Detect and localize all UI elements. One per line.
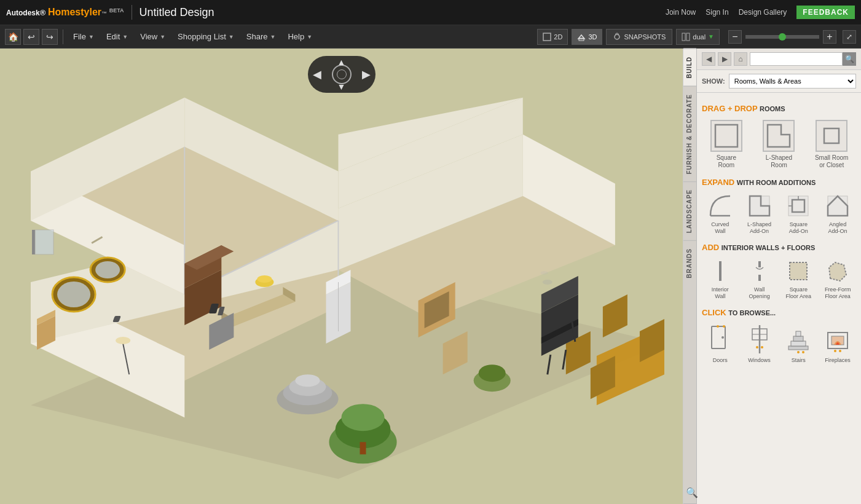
- title-divider: [132, 5, 132, 20]
- fullscreen-button[interactable]: ⤢: [843, 30, 856, 44]
- snapshots-button[interactable]: SNAPSHOTS: [606, 29, 672, 45]
- interior-title: ADD INTERIOR WALLS + FLOORS: [702, 243, 856, 253]
- feedback-button[interactable]: FEEDBACK: [796, 6, 855, 19]
- zoom-panel-button[interactable]: 🔍: [683, 482, 696, 504]
- nav-up-button[interactable]: ▲: [337, 57, 346, 67]
- redo-button[interactable]: ↪: [42, 29, 58, 45]
- fireplaces-shape: [824, 323, 851, 355]
- design-title: Untitled Design: [140, 6, 214, 19]
- stairs-item[interactable]: Stairs: [780, 321, 817, 365]
- svg-point-71: [541, 271, 548, 275]
- panel-inner: ◀ ▶ ⌂ 🔍 SHOW: Rooms, Walls & AreasFurnit…: [697, 49, 861, 504]
- curved-wall-item[interactable]: CurvedWall: [702, 191, 739, 237]
- svg-rect-97: [788, 346, 808, 350]
- navigation-widget[interactable]: ▲ ◀ ▶ ▼: [308, 56, 375, 93]
- home-button[interactable]: 🏠: [5, 29, 21, 45]
- doors-label: Doors: [713, 357, 728, 363]
- zoom-out-button[interactable]: −: [728, 30, 742, 44]
- tab-brands[interactable]: BRANDS: [683, 240, 696, 286]
- square-add-item[interactable]: SquareAdd-On: [780, 191, 817, 237]
- interior-wall-label: InteriorWall: [712, 286, 729, 300]
- tab-build[interactable]: BUILD: [683, 49, 696, 86]
- svg-point-54: [95, 261, 120, 278]
- windows-item[interactable]: Windows: [741, 321, 778, 365]
- panel-forward-button[interactable]: ▶: [718, 52, 731, 66]
- svg-rect-98: [791, 341, 806, 346]
- view-3d-button[interactable]: 3D: [572, 29, 602, 45]
- wall-opening-item[interactable]: WallOpening: [741, 256, 778, 302]
- dual-view-button[interactable]: dual ▼: [676, 29, 720, 45]
- tab-furnish[interactable]: FURNISH & DECORATE: [683, 86, 696, 182]
- zoom-slider[interactable]: [745, 35, 819, 39]
- sign-in-link[interactable]: Sign In: [706, 8, 728, 17]
- angled-add-label: AngledAdd-On: [828, 221, 847, 235]
- panel-back-button[interactable]: ◀: [702, 52, 715, 66]
- interior-wall-shape: [707, 258, 734, 285]
- square-room-item[interactable]: SquareRoom: [702, 117, 751, 171]
- floorplan-svg: [0, 49, 683, 504]
- l-shaped-room-item[interactable]: L-ShapedRoom: [755, 117, 804, 171]
- undo-button[interactable]: ↩: [23, 29, 39, 45]
- svg-point-88: [721, 336, 724, 339]
- share-menu[interactable]: Share▼: [242, 31, 281, 42]
- nav-right-button[interactable]: ▶: [362, 68, 371, 81]
- freeform-floor-shape: [824, 258, 851, 285]
- join-now-link[interactable]: Join Now: [666, 8, 696, 17]
- angled-add-shape: [824, 192, 851, 219]
- stairs-shape: [785, 323, 812, 355]
- l-shaped-add-item[interactable]: L-ShapedAdd-On: [741, 191, 778, 237]
- fireplaces-item[interactable]: Fireplaces: [819, 321, 856, 365]
- zoom-in-button[interactable]: +: [823, 30, 836, 44]
- fireplaces-label: Fireplaces: [825, 357, 851, 363]
- view-2d-button[interactable]: 2D: [537, 29, 568, 45]
- panel-search-input[interactable]: [750, 52, 843, 66]
- doors-shape: [707, 323, 734, 355]
- click-grid: Doors: [702, 321, 856, 365]
- right-panel: BUILD FURNISH & DECORATE LANDSCAPE BRAND…: [683, 49, 861, 504]
- toolbar-separator-1: [63, 30, 63, 44]
- svg-rect-0: [543, 33, 551, 41]
- drag-drop-title: DRAG + DROP ROOMS: [702, 104, 856, 114]
- svg-point-62: [257, 275, 272, 283]
- file-menu[interactable]: File▼: [68, 31, 99, 42]
- toolbar: 🏠 ↩ ↪ File▼ Edit▼ View▼ Shopping List▼ S…: [0, 25, 861, 49]
- show-row: SHOW: Rooms, Walls & AreasFurnitureAll: [697, 70, 861, 93]
- tab-landscape[interactable]: LANDSCAPE: [683, 181, 696, 240]
- windows-shape: [746, 323, 773, 355]
- show-dropdown[interactable]: Rooms, Walls & AreasFurnitureAll: [729, 74, 856, 89]
- square-add-shape: [785, 192, 812, 219]
- design-gallery-link[interactable]: Design Gallery: [739, 8, 787, 17]
- panel-home-button[interactable]: ⌂: [734, 52, 747, 66]
- svg-rect-4: [686, 33, 690, 41]
- square-room-shape: [710, 120, 742, 152]
- tm-text: ™: [101, 10, 107, 17]
- square-floor-item[interactable]: SquareFloor Area: [780, 256, 817, 302]
- beta-badge: BETA: [109, 7, 124, 14]
- view-menu[interactable]: View▼: [135, 31, 170, 42]
- canvas-area[interactable]: ▲ ◀ ▶ ▼: [0, 49, 683, 504]
- shopping-list-menu[interactable]: Shopping List▼: [173, 31, 239, 42]
- homestyler-text: Homestyler: [48, 7, 101, 17]
- freeform-floor-item[interactable]: Free-FormFloor Area: [819, 256, 856, 302]
- windows-label: Windows: [748, 357, 771, 363]
- edit-menu[interactable]: Edit▼: [101, 31, 133, 42]
- side-tabs: BUILD FURNISH & DECORATE LANDSCAPE BRAND…: [683, 49, 697, 504]
- doors-item[interactable]: Doors: [702, 321, 739, 365]
- side-tab-spacer: [683, 286, 696, 482]
- autodesk-text: Autodesk: [6, 9, 40, 17]
- panel-search-button[interactable]: 🔍: [843, 52, 856, 66]
- help-menu[interactable]: Help▼: [283, 31, 317, 42]
- side-tabs-container: BUILD FURNISH & DECORATE LANDSCAPE BRAND…: [683, 49, 861, 504]
- angled-add-item[interactable]: AngledAdd-On: [819, 191, 856, 237]
- small-room-label: Small Roomor Closet: [815, 154, 848, 169]
- interior-wall-item[interactable]: InteriorWall: [702, 256, 739, 302]
- svg-rect-75: [824, 128, 839, 143]
- svg-point-96: [761, 346, 763, 348]
- svg-point-105: [834, 350, 836, 352]
- svg-rect-74: [715, 125, 737, 147]
- nav-down-button[interactable]: ▼: [337, 82, 346, 92]
- nav-left-button[interactable]: ◀: [313, 68, 321, 81]
- freeform-floor-label: Free-FormFloor Area: [825, 286, 851, 300]
- small-room-item[interactable]: Small Roomor Closet: [807, 117, 856, 171]
- svg-point-37: [295, 374, 320, 387]
